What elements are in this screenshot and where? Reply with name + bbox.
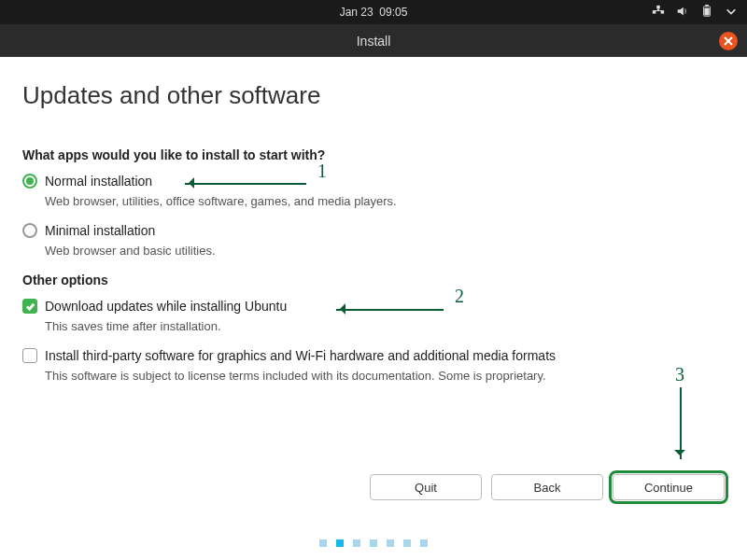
thirdparty-label: Install third-party software for graphic… <box>45 348 556 363</box>
thirdparty-desc: This software is subject to license term… <box>45 369 725 383</box>
annotation-arrow-3 <box>679 387 681 459</box>
button-row: Quit Back Continue <box>370 474 725 500</box>
download-updates-desc: This saves time after installation. <box>45 319 725 333</box>
download-updates-label: Download updates while installing Ubuntu <box>45 299 287 314</box>
quit-button[interactable]: Quit <box>370 474 482 500</box>
system-topbar: Jan 23 09:05 <box>0 0 747 24</box>
progress-dots <box>319 539 428 547</box>
continue-button[interactable]: Continue <box>613 474 725 500</box>
volume-icon[interactable] <box>676 5 689 21</box>
system-tray[interactable] <box>652 5 738 21</box>
chevron-down-icon[interactable] <box>725 5 738 21</box>
thirdparty-checkbox[interactable]: Install third-party software for graphic… <box>22 348 725 363</box>
battery-icon[interactable] <box>700 5 713 21</box>
progress-dot <box>336 539 344 547</box>
page-title: Updates and other software <box>22 81 725 110</box>
normal-install-radio[interactable]: Normal installation <box>22 174 725 189</box>
installer-content: Updates and other software What apps wou… <box>0 57 747 383</box>
progress-dot <box>353 539 360 547</box>
normal-install-desc: Web browser, utilities, office software,… <box>45 194 725 208</box>
other-options-heading: Other options <box>22 273 725 287</box>
svg-rect-4 <box>654 10 664 11</box>
svg-rect-6 <box>705 5 709 7</box>
svg-rect-7 <box>704 7 709 15</box>
apps-question: What apps would you like to install to s… <box>22 147 725 162</box>
progress-dot <box>319 539 327 547</box>
download-updates-checkbox[interactable]: Download updates while installing Ubuntu <box>22 299 725 314</box>
progress-dot <box>403 539 411 547</box>
close-icon <box>724 36 733 46</box>
back-button[interactable]: Back <box>491 474 603 500</box>
progress-dot <box>420 539 428 547</box>
radio-icon <box>22 174 37 189</box>
minimal-install-label: Minimal installation <box>45 223 155 238</box>
normal-install-label: Normal installation <box>45 174 152 189</box>
radio-icon <box>22 223 37 238</box>
window-title: Install <box>357 34 391 49</box>
minimal-install-radio[interactable]: Minimal installation <box>22 223 725 238</box>
progress-dot <box>370 539 377 547</box>
checkbox-icon <box>22 299 37 314</box>
close-button[interactable] <box>719 32 738 50</box>
svg-rect-2 <box>656 5 660 8</box>
checkbox-icon <box>22 348 37 363</box>
clock: Jan 23 09:05 <box>340 6 408 19</box>
minimal-install-desc: Web browser and basic utilities. <box>45 244 725 258</box>
network-icon[interactable] <box>652 5 665 21</box>
window-titlebar: Install <box>0 24 747 57</box>
progress-dot <box>387 539 394 547</box>
